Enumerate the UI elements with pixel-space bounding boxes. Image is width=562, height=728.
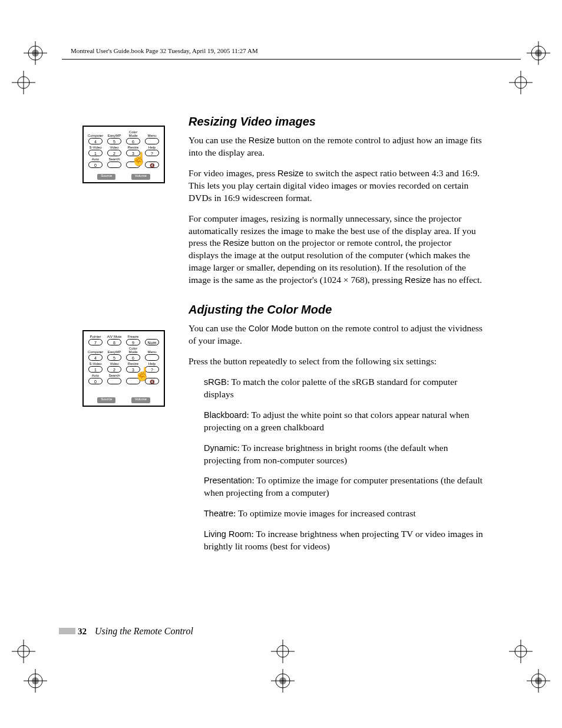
- list-item: sRGB: To match the color palette of the …: [204, 376, 483, 401]
- print-header: Montreal User's Guide.book Page 32 Tuesd…: [71, 47, 258, 54]
- crop-mark-icon: [24, 41, 47, 65]
- chapter-title: Using the Remote Control: [95, 626, 193, 636]
- paragraph: For computer images, resizing is normall…: [189, 213, 483, 287]
- list-item: Presentation: To optimize the image for …: [204, 475, 483, 499]
- remote-diagram-resize: Computer4 EasyMP5 Color Mode6 Menu S-Vid…: [82, 126, 165, 183]
- registration-mark-icon: [509, 640, 533, 663]
- list-item: Living Room: To increase brightness when…: [204, 528, 483, 553]
- list-item: Dynamic: To increase brightness in brigh…: [204, 442, 483, 467]
- page-footer: 32Using the Remote Control: [59, 626, 495, 637]
- mode-list: sRGB: To match the color palette of the …: [204, 376, 483, 553]
- header-rule: [62, 59, 521, 60]
- page-body: Resizing Video images You can use the Re…: [189, 115, 483, 561]
- pointing-hand-icon: ☝: [131, 151, 147, 167]
- registration-mark-icon: [509, 71, 533, 94]
- paragraph: Press the button repeatedly to select fr…: [189, 355, 483, 368]
- registration-mark-icon: [12, 640, 35, 663]
- paragraph: You can use the Color Mode button on the…: [189, 322, 483, 347]
- heading-resizing: Resizing Video images: [189, 115, 483, 129]
- crop-mark-icon: [527, 41, 550, 65]
- page-number: 32: [78, 627, 87, 636]
- crop-mark-icon: [24, 669, 47, 693]
- registration-mark-icon: [12, 71, 35, 94]
- pointing-hand-icon: ☝: [134, 367, 150, 382]
- paragraph: You can use the Resize button on the rem…: [189, 134, 483, 159]
- heading-colormode: Adjusting the Color Mode: [189, 303, 483, 317]
- registration-mark-icon: [271, 640, 295, 663]
- footer-bar-icon: [59, 628, 75, 634]
- crop-mark-icon: [527, 669, 550, 693]
- crop-mark-icon: [271, 669, 295, 693]
- remote-diagram-colormode: Pointer7 A/V Mute8 Freeze9 Num Computer4…: [82, 330, 165, 407]
- paragraph: For video images, press Resize to switch…: [189, 167, 483, 205]
- list-item: Blackboard: To adjust the white point so…: [204, 409, 483, 434]
- list-item: Theatre: To optimize movie images for in…: [204, 508, 483, 520]
